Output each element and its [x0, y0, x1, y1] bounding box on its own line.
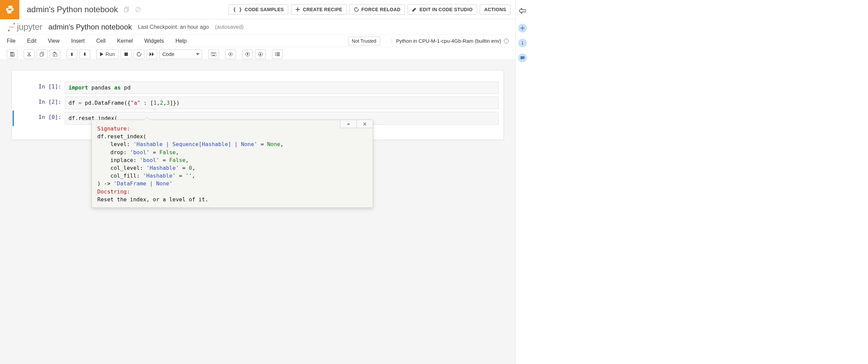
- rail-info-button[interactable]: [518, 39, 527, 47]
- menu-edit[interactable]: Edit: [27, 38, 37, 44]
- interrupt-button[interactable]: [121, 49, 132, 59]
- copy-button[interactable]: [37, 49, 47, 59]
- insert-below-button[interactable]: [255, 49, 266, 59]
- svg-rect-28: [277, 55, 280, 56]
- menu-cell[interactable]: Cell: [96, 38, 106, 44]
- copy-icon[interactable]: [124, 7, 130, 12]
- notebook-title[interactable]: admin's Python notebook: [48, 23, 132, 32]
- create-recipe-button[interactable]: CREATE RECIPE: [291, 4, 347, 15]
- force-reload-button[interactable]: FORCE RELOAD: [350, 4, 405, 15]
- svg-point-6: [27, 55, 29, 56]
- pencil-icon: [412, 7, 417, 12]
- tooltip-close-button[interactable]: [356, 120, 373, 128]
- plus-icon: [520, 26, 525, 31]
- toc-button[interactable]: [272, 49, 283, 59]
- save-icon: [10, 52, 15, 57]
- svg-point-20: [230, 54, 231, 55]
- python-icon: [5, 5, 15, 14]
- cut-button[interactable]: [24, 49, 35, 59]
- move-down-button[interactable]: [79, 49, 90, 59]
- svg-rect-15: [212, 53, 212, 54]
- cell-type-select[interactable]: Code: [159, 49, 202, 59]
- preview-button[interactable]: [225, 49, 236, 59]
- braces-icon: { }: [233, 7, 242, 12]
- jupyter-icon: [7, 22, 16, 32]
- input-prompt: In [0]:: [14, 112, 65, 120]
- code-input[interactable]: import pandas as pd: [65, 81, 499, 94]
- svg-rect-18: [215, 53, 215, 54]
- menu-view[interactable]: View: [48, 38, 59, 44]
- svg-point-25: [275, 54, 276, 55]
- svg-point-7: [29, 55, 31, 56]
- menu-widgets[interactable]: Widgets: [144, 38, 164, 44]
- circle-up-icon: [245, 52, 250, 57]
- code-samples-button[interactable]: { } CODE SAMPLES: [229, 4, 288, 15]
- app-logo[interactable]: [0, 0, 19, 19]
- eye-icon: [228, 52, 233, 56]
- svg-rect-13: [124, 53, 128, 56]
- list-icon: [275, 52, 280, 56]
- trusted-button[interactable]: Not Trusted: [348, 37, 380, 45]
- command-palette-button[interactable]: [208, 49, 219, 59]
- svg-rect-12: [55, 54, 57, 57]
- page-title: admin's Python notebook: [27, 5, 118, 14]
- save-button[interactable]: [7, 49, 18, 59]
- svg-point-29: [522, 41, 523, 42]
- jupyter-logo-text: jupyter: [17, 22, 42, 32]
- paste-icon: [53, 52, 57, 57]
- arrow-down-icon: [83, 52, 87, 56]
- arrow-left-icon: [519, 8, 526, 14]
- menu-file[interactable]: File: [7, 38, 16, 44]
- svg-rect-11: [54, 52, 55, 53]
- code-input[interactable]: df = pd.DataFrame({"a" : [1,2,3]}): [65, 97, 499, 109]
- close-icon: [363, 122, 367, 126]
- signature-tooltip: Signature: df.reset_index( level: 'Hasha…: [92, 120, 373, 208]
- play-icon: [100, 52, 103, 56]
- rail-add-button[interactable]: [518, 24, 527, 33]
- actions-button[interactable]: ACTIONS: [480, 4, 511, 15]
- svg-rect-24: [277, 53, 280, 53]
- svg-rect-16: [213, 53, 213, 54]
- move-up-button[interactable]: [66, 49, 77, 59]
- run-button[interactable]: Run: [96, 49, 119, 59]
- svg-rect-17: [214, 53, 214, 54]
- edit-code-studio-button[interactable]: EDIT IN CODE STUDIO: [408, 4, 477, 15]
- kernel-status-icon: [504, 39, 509, 43]
- input-prompt: In [2]:: [14, 97, 65, 105]
- back-button[interactable]: [519, 8, 526, 15]
- code-cell[interactable]: In [2]: df = pd.DataFrame({"a" : [1,2,3]…: [14, 95, 501, 110]
- reload-icon: [354, 7, 359, 12]
- info-icon: [520, 41, 525, 45]
- svg-rect-26: [277, 54, 280, 55]
- paste-button[interactable]: [50, 49, 60, 59]
- plus-icon: [295, 7, 300, 12]
- svg-line-3: [136, 8, 140, 11]
- fast-forward-icon: [150, 52, 154, 56]
- input-prompt: In [1]:: [14, 81, 65, 90]
- insert-above-button[interactable]: [242, 49, 253, 59]
- tooltip-expand-button[interactable]: [340, 120, 356, 128]
- restart-button[interactable]: [134, 49, 144, 59]
- menu-insert[interactable]: Insert: [71, 38, 85, 44]
- svg-rect-1: [124, 8, 127, 12]
- restart-icon: [137, 52, 141, 57]
- keyboard-icon: [211, 52, 216, 56]
- circle-down-icon: [258, 52, 263, 57]
- svg-point-5: [8, 29, 9, 31]
- jupyter-logo[interactable]: jupyter: [7, 22, 42, 32]
- cut-icon: [27, 52, 32, 57]
- rail-chat-button[interactable]: [518, 54, 527, 62]
- restart-run-button[interactable]: [146, 49, 157, 59]
- code-cell[interactable]: In [1]: import pandas as pd: [14, 80, 501, 95]
- disabled-icon: [135, 6, 141, 13]
- stop-icon: [124, 52, 128, 56]
- autosave-label: (autosaved): [215, 24, 244, 30]
- svg-point-27: [275, 55, 276, 56]
- svg-rect-9: [40, 53, 43, 56]
- menu-help[interactable]: Help: [175, 38, 186, 44]
- kernel-indicator[interactable]: Python in CPU-M-1-cpu-4Gb-Ram (builtin e…: [392, 38, 509, 44]
- svg-point-4: [14, 23, 15, 24]
- menu-kernel[interactable]: Kernel: [117, 38, 133, 44]
- svg-rect-19: [212, 55, 215, 56]
- chat-icon: [520, 56, 525, 60]
